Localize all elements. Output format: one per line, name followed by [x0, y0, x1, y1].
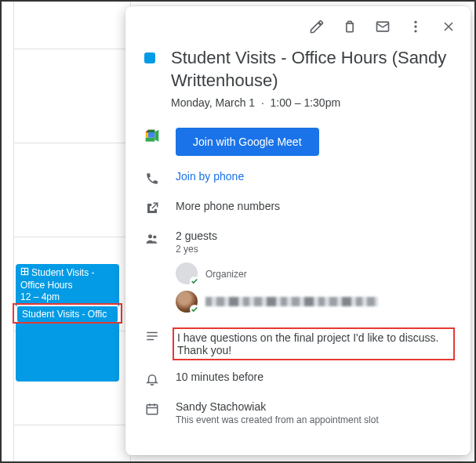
description-highlight: I have questions on the final project I'…: [173, 327, 455, 360]
guest-count: 2 guests: [176, 230, 455, 242]
external-link-icon: [144, 201, 160, 215]
guests-icon: [144, 231, 160, 247]
guest-email-redacted: [205, 297, 378, 306]
meet-icon: [144, 129, 160, 143]
avatar: [176, 291, 198, 313]
creator-name: Sandy Stachowiak: [176, 400, 455, 413]
svg-rect-8: [146, 138, 155, 142]
more-phone-numbers[interactable]: More phone numbers: [176, 200, 455, 212]
svg-point-6: [414, 30, 416, 32]
calendar-icon: [144, 402, 160, 416]
svg-rect-7: [146, 132, 148, 138]
close-button[interactable]: [434, 13, 463, 41]
calendar-event-chip[interactable]: Student Visits - Offic: [16, 305, 119, 324]
svg-point-5: [414, 25, 416, 27]
calendar-day-column[interactable]: Student Visits - Office Hours 12 – 4pm S…: [2, 2, 131, 461]
popover-toolbar: [125, 6, 471, 41]
notification-icon: [144, 372, 160, 386]
join-meet-button[interactable]: Join with Google Meet: [176, 128, 319, 156]
svg-point-12: [153, 236, 156, 239]
svg-rect-10: [148, 132, 154, 138]
svg-rect-9: [148, 130, 154, 132]
svg-point-4: [414, 21, 416, 24]
edit-button[interactable]: [303, 13, 331, 41]
event-description: I have questions on the final project I'…: [177, 331, 438, 356]
event-color-chip: [144, 52, 155, 63]
reminder-text: 10 minutes before: [176, 371, 455, 383]
event-chip-title: Student Visits - Offic: [22, 309, 107, 320]
svg-rect-16: [147, 405, 158, 414]
guest-yes-count: 2 yes: [176, 244, 455, 255]
phone-icon: [144, 172, 160, 186]
event-datetime: Monday, March 1 · 1:00 – 1:30pm: [171, 96, 455, 109]
appointment-slot-icon: [20, 267, 29, 280]
description-icon: [144, 329, 160, 343]
email-button[interactable]: [369, 13, 397, 41]
svg-point-11: [148, 234, 152, 238]
options-button[interactable]: [402, 13, 430, 41]
guest-organizer[interactable]: Organizer: [176, 261, 455, 286]
event-details-popover: Student Visits - Office Hours (Sandy Wri…: [125, 6, 471, 455]
delete-button[interactable]: [336, 13, 364, 41]
event-title: Student Visits - Office Hours (Sandy Wri…: [171, 47, 455, 92]
organizer-label: Organizer: [205, 269, 247, 280]
avatar: [176, 262, 198, 284]
slot-note: This event was created from an appointme…: [176, 414, 455, 425]
guest-attendee[interactable]: [176, 289, 455, 314]
event-block-title: Student Visits - Office Hours: [20, 267, 94, 291]
event-block-time: 12 – 4pm: [20, 291, 114, 304]
join-phone-link[interactable]: Join by phone: [176, 170, 244, 183]
